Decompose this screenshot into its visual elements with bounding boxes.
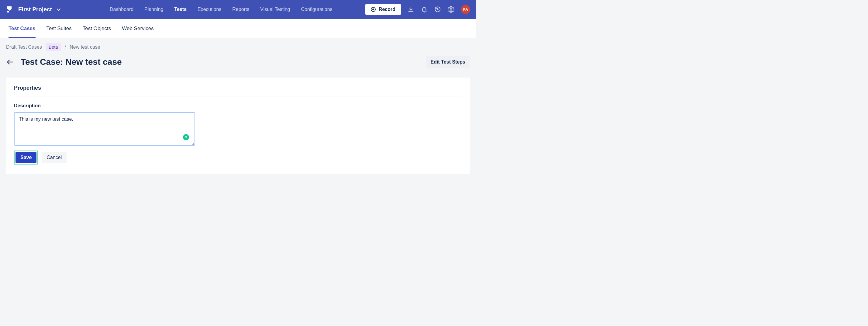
nav-dashboard[interactable]: Dashboard xyxy=(110,7,133,12)
top-navbar: First Project Dashboard Planning Tests E… xyxy=(0,0,476,19)
subtab-test-suites[interactable]: Test Suites xyxy=(46,20,72,38)
breadcrumb-separator: / xyxy=(65,45,66,50)
properties-card: Properties Description G Save Cancel xyxy=(6,78,470,174)
download-icon[interactable] xyxy=(408,6,414,13)
project-name[interactable]: First Project xyxy=(18,6,52,13)
title-row: Test Case: New test case Edit Test Steps xyxy=(6,56,470,68)
avatar-initials: RA xyxy=(463,8,468,11)
svg-point-1 xyxy=(450,8,452,10)
breadcrumb: Draft Test Cases Beta / New test case xyxy=(6,43,470,51)
record-icon xyxy=(371,7,376,12)
edit-test-steps-button[interactable]: Edit Test Steps xyxy=(426,56,470,68)
chevron-down-icon[interactable] xyxy=(56,7,61,12)
beta-badge: Beta xyxy=(45,43,61,51)
save-highlight: Save xyxy=(14,151,38,165)
buttons-row: Save Cancel xyxy=(14,151,462,165)
breadcrumb-root[interactable]: Draft Test Cases xyxy=(6,45,42,50)
svg-rect-0 xyxy=(7,11,9,12)
record-button[interactable]: Record xyxy=(365,4,401,15)
navbar-right: Record RA xyxy=(365,4,470,15)
description-wrap: G xyxy=(14,112,195,147)
bell-icon[interactable] xyxy=(421,6,428,13)
nav-visual-testing[interactable]: Visual Testing xyxy=(260,7,290,12)
nav-configurations[interactable]: Configurations xyxy=(301,7,332,12)
nav-tests[interactable]: Tests xyxy=(174,7,187,12)
properties-heading: Properties xyxy=(14,85,462,96)
back-arrow-icon[interactable] xyxy=(6,58,14,66)
history-icon[interactable] xyxy=(434,6,441,13)
nav-reports[interactable]: Reports xyxy=(232,7,249,12)
nav-executions[interactable]: Executions xyxy=(197,7,221,12)
description-textarea[interactable] xyxy=(14,112,195,146)
nav-planning[interactable]: Planning xyxy=(144,7,163,12)
subtab-web-services[interactable]: Web Services xyxy=(122,20,154,38)
subtab-test-objects[interactable]: Test Objects xyxy=(83,20,111,38)
page-title: Test Case: New test case xyxy=(21,57,122,67)
breadcrumb-current: New test case xyxy=(70,45,100,50)
cancel-button[interactable]: Cancel xyxy=(42,152,67,163)
record-label: Record xyxy=(379,7,395,12)
gear-icon[interactable] xyxy=(448,6,454,13)
subtabs: Test Cases Test Suites Test Objects Web … xyxy=(0,19,476,38)
app-logo[interactable] xyxy=(6,5,13,14)
nav-items: Dashboard Planning Tests Executions Repo… xyxy=(110,7,333,12)
description-label: Description xyxy=(14,103,462,109)
save-button[interactable]: Save xyxy=(16,152,36,163)
subtab-test-cases[interactable]: Test Cases xyxy=(8,20,36,38)
grammarly-icon[interactable]: G xyxy=(182,133,190,141)
grammarly-letter: G xyxy=(183,134,189,140)
content-top: Draft Test Cases Beta / New test case Te… xyxy=(0,38,476,68)
avatar[interactable]: RA xyxy=(461,5,470,14)
